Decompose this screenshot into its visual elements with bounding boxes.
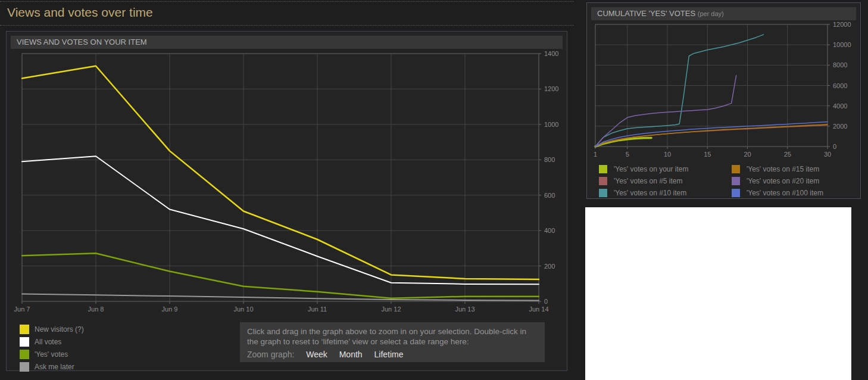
zoom-instructions-text: Click and drag in the graph above to zoo… [247,326,538,347]
x-axis-label: 25 [784,151,791,158]
legend-item: 'Yes' votes on #20 item [732,175,823,187]
zoom-graph-label: Zoom graph: [247,350,294,359]
x-axis-label: 15 [704,151,711,158]
y-axis-label: 0 [544,298,548,305]
y-axis-label: 400 [544,227,555,234]
x-axis-label: Jun 12 [381,306,401,313]
legend-label: All votes [35,338,61,346]
y-axis-label: 600 [544,192,555,199]
stats-page: Views and votes over time VIEWS AND VOTE… [0,0,868,380]
legend-item: 'Yes' votes on #5 item [599,175,732,187]
legend-label: 'Yes' votes on #10 item [614,189,686,197]
legend-item: Ask me later [20,360,84,373]
zoom-controls-box: Click and drag in the graph above to zoo… [240,322,545,362]
y-axis-label: 10000 [833,41,851,48]
legend-label: 'Yes' votes on #5 item [614,177,683,185]
ad-placeholder [585,207,851,380]
y-axis-label: 6000 [833,82,847,89]
x-axis-label: Jun 10 [233,306,253,313]
x-axis-label: Jun 7 [14,306,30,313]
cumulative-votes-panel-note: (per day) [698,10,724,17]
x-axis-label: 30 [824,151,831,158]
legend-label: 'Yes' votes on #20 item [747,177,819,185]
legend-swatch [732,165,740,173]
x-axis-label: Jun 11 [308,306,327,313]
y-axis-label: 1400 [544,51,558,57]
y-axis-label: 0 [833,143,836,150]
legend-swatch [20,337,29,347]
zoom-option-lifetime[interactable]: Lifetime [374,350,404,359]
views-votes-chart[interactable]: 0200400600800100012001400Jun 7Jun 8Jun 9… [11,51,564,319]
zoom-graph-row: Zoom graph: Week Month Lifetime [247,350,538,359]
legend-label: 'Yes' votes [35,350,68,359]
x-axis-label: 5 [626,151,629,158]
zoom-option-week[interactable]: Week [306,350,327,359]
plot-area [22,54,539,301]
legend-label: 'Yes' votes on #100 item [747,189,823,197]
legend-swatch [20,350,29,359]
legend-item: 'Yes' votes on #100 item [732,187,823,199]
y-axis-label: 800 [544,156,555,163]
cumulative-votes-legend: 'Yes' votes on your item'Yes' votes on #… [599,163,823,199]
cumulative-votes-chart[interactable]: 020004000600080001000012000151015202530 [591,21,858,163]
legend-label: 'Yes' votes on your item [614,165,689,173]
x-axis-label: 20 [744,151,751,158]
x-axis-label: Jun 8 [88,306,104,313]
y-axis-label: 12000 [833,21,851,28]
legend-label: Ask me later [35,363,74,371]
y-axis-label: 200 [544,263,555,270]
x-axis-label: Jun 9 [162,306,178,313]
legend-item: All votes [20,335,84,348]
cumulative-votes-panel-header: CUMULATIVE 'YES' VOTES (per day) [591,7,856,20]
legend-swatch [599,165,607,173]
y-axis-label: 4000 [833,102,847,110]
legend-item: New visitors (?) [20,323,84,335]
legend-label: New visitors (?) [35,325,84,334]
legend-swatch [732,177,740,185]
legend-swatch [20,362,29,372]
views-votes-panel-title: VIEWS AND VOTES ON YOUR ITEM [17,38,147,46]
y-axis-label: 1000 [544,121,558,128]
x-axis-label: 1 [594,151,597,158]
legend-swatch [20,325,29,334]
views-votes-panel: VIEWS AND VOTES ON YOUR ITEM 02004006008… [6,31,567,371]
legend-item: 'Yes' votes on your item [599,163,732,175]
y-axis-label: 1200 [544,85,558,92]
y-axis-label: 2000 [833,123,847,130]
legend-item: 'Yes' votes on #10 item [599,187,732,199]
zoom-option-month[interactable]: Month [339,350,363,359]
legend-item: 'Yes' votes [20,348,84,360]
y-axis-label: 8000 [833,61,847,68]
legend-swatch [599,177,607,185]
legend-item: 'Yes' votes on #15 item [732,163,823,175]
x-axis-label: 10 [664,151,671,158]
legend-swatch [732,189,740,197]
views-votes-panel-header: VIEWS AND VOTES ON YOUR ITEM [11,36,563,49]
x-axis-label: Jun 14 [529,306,548,313]
cumulative-votes-panel-title: CUMULATIVE 'YES' VOTES [597,9,695,18]
page-title: Views and votes over time [0,1,574,26]
cumulative-votes-panel: CUMULATIVE 'YES' VOTES (per day) 0200040… [586,2,861,199]
legend-label: 'Yes' votes on #15 item [747,165,819,173]
views-votes-legend: New visitors (?)All votes'Yes' votesAsk … [20,323,84,373]
x-axis-label: Jun 13 [455,306,474,313]
legend-swatch [599,189,607,197]
